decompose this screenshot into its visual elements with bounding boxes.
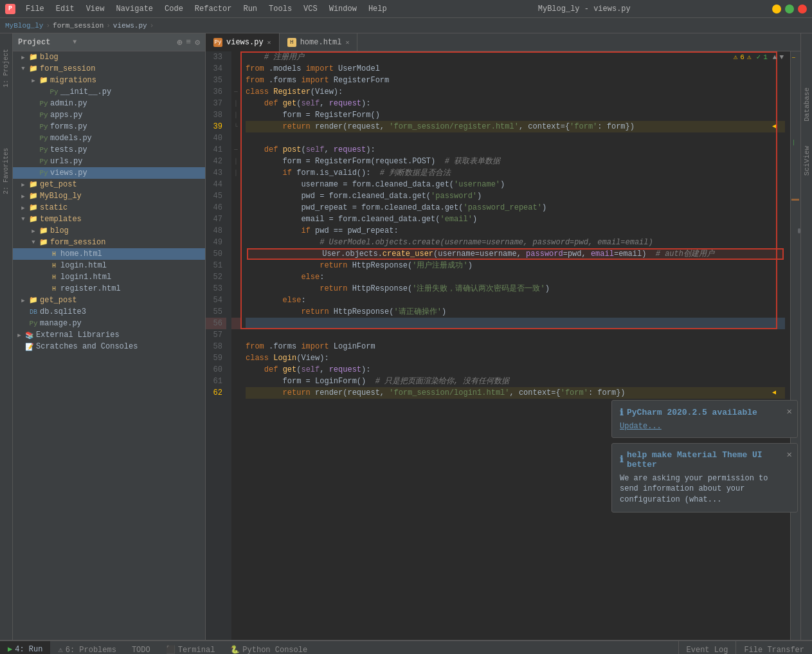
tab-python-console[interactable]: 🐍 Python Console — [222, 641, 315, 655]
menu-refactor[interactable]: Refactor — [190, 3, 237, 15]
tree-item-form-session-tmpl[interactable]: ▼ 📁 form_session — [13, 237, 205, 248]
tree-item-login1-html[interactable]: ▶ H login1.html — [13, 271, 205, 283]
fold-gutter: ─ │ │ └ ─ │ │ — [231, 51, 240, 640]
tab-problems[interactable]: ⚠ 6: Problems — [50, 641, 123, 655]
notif-info-icon-2: ℹ — [620, 454, 623, 465]
templates-label: templates — [40, 215, 82, 224]
notif-close-2[interactable]: ✕ — [787, 449, 792, 460]
menu-window[interactable]: Window — [324, 3, 362, 15]
code-line-40 — [246, 132, 785, 144]
tree-item-form-session[interactable]: ▼ 📁 form_session — [13, 63, 205, 75]
code-line-43: if form.is_valid(): # 判断数据是否合法 — [246, 167, 785, 179]
code-line-60: def get(self, request): — [246, 364, 785, 376]
scroll-gutter[interactable]: ─ │ — [790, 51, 800, 640]
menu-view[interactable]: View — [81, 3, 110, 15]
favorites-label-2[interactable]: 2: Favorites — [1, 145, 11, 197]
tree-item-manage-py[interactable]: ▶ Py manage.py — [13, 318, 205, 329]
notif-action-update[interactable]: Update... — [620, 422, 789, 431]
menu-vcs[interactable]: VCS — [298, 3, 323, 15]
tree-item-db-sqlite3[interactable]: ▶ DB db.sqlite3 — [13, 306, 205, 318]
file-transfer-btn[interactable]: File Transfer — [735, 641, 812, 655]
code-line-49: # UserModel.objects.create(username=user… — [246, 237, 785, 248]
menu-navigate[interactable]: Navigate — [111, 3, 158, 15]
code-content[interactable]: # 注册用户 from .models import UserModel fro… — [240, 51, 790, 640]
code-editor[interactable]: ⚠ 6 ⚠ ✓ 1 ▲ ▼ 33 34 35 36 37 38 39 40 41… — [206, 51, 800, 640]
close-btn[interactable] — [798, 5, 807, 14]
tab-home-html[interactable]: H home.html ✕ — [280, 33, 358, 51]
tree-item-tests[interactable]: ▶ Py tests.py — [13, 144, 205, 156]
tree-item-static[interactable]: ▶ 📁 static — [13, 202, 205, 213]
tree-item-blog[interactable]: ▶ 📁 blog — [13, 51, 205, 63]
breadcrumb-item-views[interactable]: views.py — [113, 22, 147, 30]
tree-item-views[interactable]: ▶ Py views.py — [13, 167, 205, 179]
tree-item-myblog-ly[interactable]: ▶ 📁 MyBlog_ly — [13, 190, 205, 202]
sciview-label[interactable]: SciView — [802, 143, 812, 178]
notification-material-theme: ℹ help make Material Theme UI better We … — [611, 443, 798, 513]
maximize-btn[interactable] — [785, 5, 794, 14]
event-log-btn[interactable]: Event Log — [678, 641, 736, 655]
tree-item-register-html[interactable]: ▶ H register.html — [13, 283, 205, 295]
tree-item-templates[interactable]: ▼ 📁 templates — [13, 213, 205, 225]
menu-help[interactable]: Help — [363, 3, 392, 15]
code-line-62: return render(request, 'form_session/log… — [246, 387, 785, 399]
panel-icon-settings[interactable]: ⚙ — [195, 37, 200, 48]
menu-edit[interactable]: Edit — [51, 3, 80, 15]
scratches-label: Scratches and Consoles — [36, 342, 138, 351]
code-line-53: return HttpResponse('注册失败，请确认两次密码是否一致') — [246, 283, 785, 295]
menu-bar: File Edit View Navigate Code Refactor Ru… — [21, 3, 397, 15]
panel-header-icons: ⊕ ≡ ⚙ — [177, 37, 200, 48]
breadcrumb-item-project[interactable]: MyBlog_ly — [5, 22, 43, 30]
menu-run[interactable]: Run — [238, 3, 262, 15]
tab-close-views[interactable]: ✕ — [267, 39, 271, 46]
tree-item-apps[interactable]: ▶ Py apps.py — [13, 109, 205, 121]
tree-item-migrations[interactable]: ▶ 📁 migrations — [13, 75, 205, 86]
tree-item-get-post-2[interactable]: ▶ 📁 get_post — [13, 295, 205, 306]
favorites-strip: 1: Project 2: Favorites — [0, 33, 13, 640]
tree-item-blog-tmpl[interactable]: ▶ 📁 blog — [13, 225, 205, 237]
code-line-38: form = RegisterForm() — [246, 109, 785, 121]
tree-item-get-post[interactable]: ▶ 📁 get_post — [13, 179, 205, 190]
panel-icon-locate[interactable]: ⊕ — [177, 37, 183, 48]
tree-item-scratches[interactable]: ▶ 📝 Scratches and Consoles — [13, 341, 205, 352]
tree-item-models[interactable]: ▶ Py models.py — [13, 132, 205, 144]
code-line-48: if pwd == pwd_repeat: — [246, 225, 785, 237]
code-line-55: return HttpResponse('请正确操作') — [246, 306, 785, 318]
tab-todo[interactable]: TODO — [124, 641, 158, 655]
tree-item-ext-libs[interactable]: ▶ 📚 External Libraries — [13, 329, 205, 341]
tab-icon-py: Py — [213, 38, 222, 47]
tree-item-forms[interactable]: ▶ Py forms.py — [13, 121, 205, 132]
code-line-56 — [246, 318, 785, 329]
tree-item-urls[interactable]: ▶ Py urls.py — [13, 156, 205, 167]
tab-views-py[interactable]: Py views.py ✕ — [206, 33, 280, 51]
notification-pycharm-update: ℹ PyCharm 2020.2.5 available Update... ✕ — [611, 400, 798, 438]
notif-text-material: We are asking your permission to send in… — [620, 473, 789, 505]
tab-terminal[interactable]: ⬛ Terminal — [158, 641, 223, 655]
favorites-label-1[interactable]: 1: Project — [1, 46, 11, 90]
code-line-33: # 注册用户 — [246, 51, 785, 63]
warning-count: 6 — [740, 53, 744, 61]
database-label[interactable]: Database — [802, 85, 812, 124]
tree-item-home-html[interactable]: ▶ H home.html — [13, 248, 205, 260]
code-line-45: pwd = form.cleaned_data.get('password') — [246, 190, 785, 202]
code-line-42: form = RegisterForm(request.POST) # 获取表单… — [246, 156, 785, 167]
menu-code[interactable]: Code — [159, 3, 188, 15]
breadcrumb-item-form-session[interactable]: form_session — [53, 22, 104, 30]
tree-item-init[interactable]: ▶ Py __init__.py — [13, 86, 205, 98]
code-line-50: User.objects.create_user(username=userna… — [247, 248, 784, 260]
tab-run[interactable]: ▶ 4: Run — [0, 641, 50, 655]
tab-close-home[interactable]: ✕ — [345, 39, 349, 46]
check-count: 1 — [763, 53, 768, 61]
tab-label-views: views.py — [226, 38, 264, 47]
menu-file[interactable]: File — [21, 3, 50, 15]
tree-item-login-html[interactable]: ▶ H login.html — [13, 260, 205, 271]
notif-info-icon-1: ℹ — [620, 407, 623, 418]
tree-item-admin[interactable]: ▶ Py admin.py — [13, 98, 205, 109]
code-line-35: from .forms import RegisterForm — [246, 75, 785, 86]
notif-close-1[interactable]: ✕ — [787, 406, 792, 417]
project-tree: ▶ 📁 blog ▼ 📁 form_session ▶ 📁 migrations… — [13, 51, 205, 640]
panel-icon-collapse[interactable]: ≡ — [186, 37, 191, 48]
menu-tools[interactable]: Tools — [264, 3, 297, 15]
code-line-46: pwd_repeat = form.cleaned_data.get('pass… — [246, 202, 785, 213]
minimize-btn[interactable] — [772, 5, 781, 14]
right-sidebar: Database SciView — [800, 33, 812, 640]
